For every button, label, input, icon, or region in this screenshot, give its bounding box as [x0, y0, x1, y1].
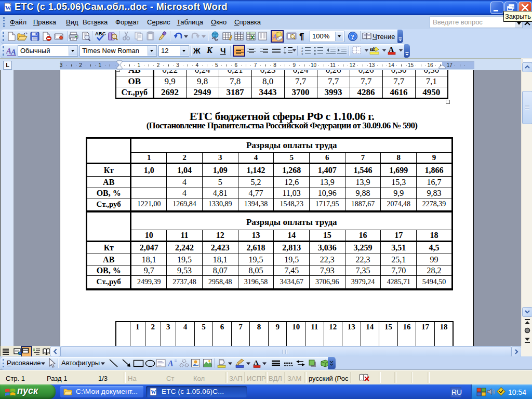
svg-text:A: A	[272, 33, 277, 41]
svg-text:А: А	[254, 358, 259, 366]
svg-text:?: ?	[351, 33, 354, 41]
svg-text:ABC: ABC	[95, 31, 106, 36]
svg-text:W: W	[5, 5, 11, 11]
svg-text:A: A	[168, 359, 174, 368]
svg-text:W: W	[151, 389, 156, 395]
svg-text:X: X	[250, 34, 255, 41]
svg-text:¶: ¶	[299, 32, 304, 41]
svg-text:A: A	[10, 48, 16, 56]
svg-text:3: 3	[301, 52, 303, 56]
